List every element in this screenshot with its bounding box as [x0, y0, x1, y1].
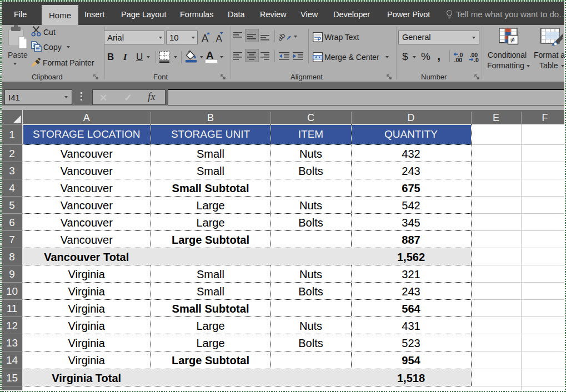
svg-text:ab: ab — [279, 31, 287, 42]
svg-text:.00: .00 — [454, 57, 463, 63]
svg-text:.0: .0 — [474, 57, 479, 63]
svg-text:≠: ≠ — [510, 35, 515, 44]
